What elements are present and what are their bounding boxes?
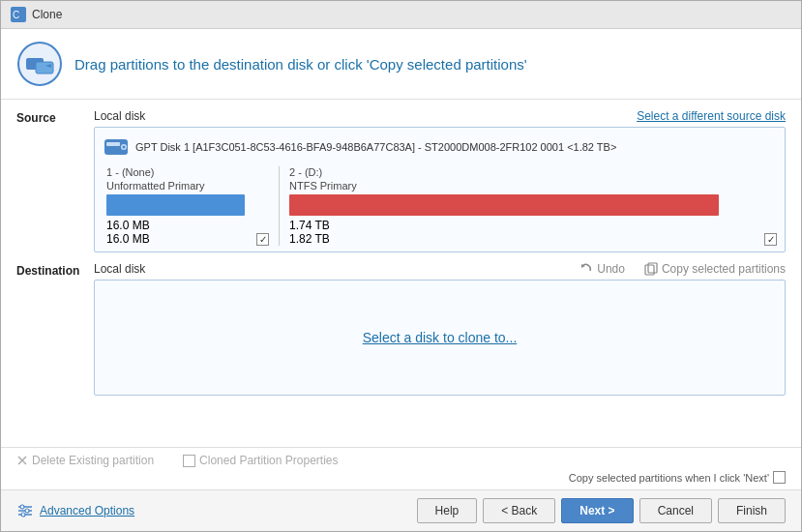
svg-point-8 — [123, 146, 126, 149]
copy-partitions-button[interactable]: Copy selected partitions — [644, 262, 786, 276]
partition-2-header: 2 - (D:) — [289, 166, 777, 178]
change-source-link[interactable]: Select a different source disk — [637, 109, 786, 123]
copy-next-checkbox[interactable] — [773, 471, 786, 484]
delete-partition-option: Delete Existing partition — [16, 454, 154, 467]
svg-point-19 — [21, 513, 25, 517]
window-icon: C — [11, 7, 26, 22]
footer-buttons: Help < Back Next > Cancel Finish — [417, 498, 786, 523]
partition-2-bar-container — [289, 194, 777, 216]
header-title: Drag partitions to the destination disk … — [74, 56, 527, 73]
clone-icon — [16, 41, 63, 87]
partition-2-size2: 1.82 TB — [289, 232, 330, 246]
cloned-properties-option: Cloned Partition Properties — [183, 454, 338, 467]
partition-1-checkbox[interactable] — [256, 233, 269, 246]
advanced-options-label: Advanced Options — [40, 504, 134, 517]
main-content-area: Drag partitions to the destination disk … — [1, 29, 801, 531]
source-label: Source — [16, 109, 84, 125]
partition-1-size2: 16.0 MB — [106, 232, 150, 246]
partition-1-label: Unformatted Primary — [106, 180, 269, 192]
source-disk-type: Local disk — [94, 109, 145, 123]
copy-icon — [644, 262, 658, 276]
svg-rect-4 — [36, 62, 53, 74]
partition-1-sizes: 16.0 MB 16.0 MB — [106, 219, 150, 246]
advanced-options-area[interactable]: Advanced Options — [16, 502, 134, 519]
copy-label: Copy selected partitions — [662, 262, 786, 276]
cancel-button[interactable]: Cancel — [639, 498, 712, 523]
source-hdd-icon — [103, 133, 130, 161]
source-section: Source Local disk Select a different sou… — [16, 109, 786, 252]
source-top-row: Local disk Select a different source dis… — [94, 109, 786, 123]
partition-2-size1: 1.74 TB — [289, 219, 330, 232]
destination-disk-area: Select a disk to clone to... — [94, 280, 786, 396]
main-area: Source Local disk Select a different sou… — [1, 100, 801, 447]
title-bar: C Clone — [1, 1, 801, 29]
source-disk-header: GPT Disk 1 [A1F3C051-8C53-4616-BFA9-948B… — [103, 133, 777, 161]
destination-toolbar: Undo Copy selected partitions — [579, 262, 786, 276]
svg-text:C: C — [13, 10, 19, 20]
source-disk-container: GPT Disk 1 [A1F3C051-8C53-4616-BFA9-948B… — [94, 127, 786, 252]
destination-disk-type: Local disk — [94, 262, 145, 276]
partition-2-sizes: 1.74 TB 1.82 TB — [289, 219, 330, 246]
partition-2-checkbox[interactable] — [764, 233, 777, 246]
clone-window: C Clone Drag partitions to the destinati… — [0, 0, 802, 532]
select-disk-link[interactable]: Select a disk to clone to... — [363, 330, 518, 345]
svg-point-17 — [20, 505, 24, 509]
cloned-properties-checkbox[interactable] — [183, 455, 195, 467]
partition-1-bar-container — [106, 194, 269, 216]
partition-2-label: NTFS Primary — [289, 180, 777, 192]
undo-icon — [579, 262, 593, 276]
partitions-row: 1 - (None) Unformatted Primary 16.0 MB 1… — [103, 166, 777, 246]
back-button[interactable]: < Back — [483, 498, 555, 523]
bottom-options: Delete Existing partition Cloned Partiti… — [16, 454, 786, 467]
undo-label: Undo — [597, 262, 625, 276]
copy-next-row: Copy selected partitions when I click 'N… — [16, 471, 786, 484]
finish-button[interactable]: Finish — [718, 498, 786, 523]
delete-icon — [16, 455, 28, 466]
source-body: Local disk Select a different source dis… — [94, 109, 786, 252]
delete-partition-label: Delete Existing partition — [32, 454, 154, 467]
partition-1-header: 1 - (None) — [106, 166, 269, 178]
partition-2-info: 1.74 TB 1.82 TB — [289, 219, 777, 246]
destination-top-row: Local disk Undo — [94, 262, 786, 276]
source-disk-title: GPT Disk 1 [A1F3C051-8C53-4616-BFA9-948B… — [135, 141, 616, 153]
bottom-bar: Delete Existing partition Cloned Partiti… — [1, 447, 801, 489]
partition-divider — [279, 166, 280, 246]
header-section: Drag partitions to the destination disk … — [1, 29, 801, 100]
svg-rect-6 — [106, 142, 120, 146]
footer: Advanced Options Help < Back Next > Canc… — [1, 489, 801, 531]
copy-next-label: Copy selected partitions when I click 'N… — [569, 472, 769, 484]
destination-label: Destination — [16, 262, 84, 278]
help-button[interactable]: Help — [417, 498, 478, 523]
partition-1: 1 - (None) Unformatted Primary 16.0 MB 1… — [106, 166, 269, 246]
partition-2: 2 - (D:) NTFS Primary 1.74 TB 1.82 TB — [289, 166, 777, 246]
advanced-options-icon — [16, 502, 34, 519]
partition-1-info: 16.0 MB 16.0 MB — [106, 219, 269, 246]
undo-button[interactable]: Undo — [579, 262, 625, 276]
destination-section: Destination Local disk Undo — [16, 262, 786, 396]
partition-2-bar — [289, 194, 719, 216]
cloned-properties-label: Cloned Partition Properties — [199, 454, 338, 467]
partition-1-size1: 16.0 MB — [106, 219, 150, 232]
partition-1-bar — [106, 194, 245, 216]
next-button[interactable]: Next > — [561, 498, 633, 523]
svg-point-18 — [25, 509, 29, 513]
window-title: Clone — [32, 8, 62, 21]
destination-body: Local disk Undo — [94, 262, 786, 396]
